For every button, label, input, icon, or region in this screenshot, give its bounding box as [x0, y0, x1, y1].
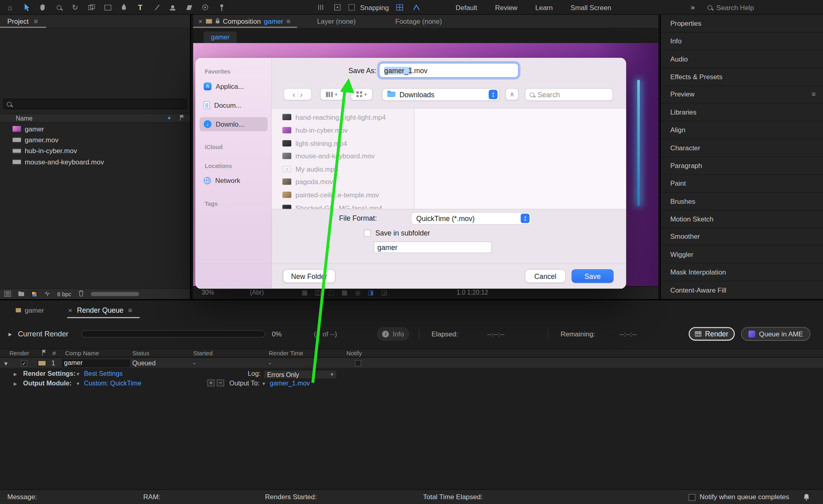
expander-icon[interactable]: ▸ [14, 379, 17, 387]
shape-tool-icon[interactable] [102, 2, 113, 13]
cancel-button[interactable]: Cancel [525, 269, 566, 283]
dialog-search-field[interactable] [525, 88, 613, 100]
mask-visibility-icon[interactable]: ◫ [315, 289, 321, 296]
panel-brushes[interactable]: Brushes [661, 193, 823, 210]
save-button[interactable]: Save [571, 269, 613, 283]
forward-icon[interactable]: › [300, 90, 303, 98]
panel-character[interactable]: Character [661, 139, 823, 157]
project-list-header[interactable]: Name ▲ [0, 113, 190, 123]
dialog-search-input[interactable] [537, 90, 600, 98]
back-icon[interactable]: ‹ [293, 90, 295, 98]
col-notify[interactable]: Notify [346, 350, 362, 356]
brush-tool-icon[interactable] [151, 2, 162, 13]
hand-tool-icon[interactable] [37, 2, 48, 13]
workspace-learn[interactable]: Learn [535, 3, 553, 11]
snapping-checkbox[interactable] [348, 4, 355, 10]
panel-mask-interpolation[interactable]: Mask Interpolation [661, 264, 823, 281]
new-folder-icon[interactable] [18, 290, 25, 298]
subfolder-name-field[interactable] [374, 242, 492, 253]
panel-motion-sketch[interactable]: Motion Sketch [661, 210, 823, 228]
log-dropdown[interactable]: Errors Only ▾ [264, 370, 337, 379]
column-view-button[interactable]: ▾ [320, 88, 343, 100]
puppet-pin-tool-icon[interactable] [216, 2, 227, 13]
sidebar-item-network[interactable]: Network [199, 173, 268, 187]
region-of-interest-icon[interactable]: ⬚ [328, 289, 334, 296]
sidebar-item-documents[interactable]: Docum... [199, 98, 268, 112]
panel-content-aware-fill[interactable]: Content-Aware Fill [661, 281, 823, 299]
project-item-hub-in-cyber[interactable]: hub-in-cyber.mov [0, 145, 190, 156]
help-search-input[interactable] [717, 3, 795, 11]
workspace-overflow-icon[interactable]: » [691, 3, 695, 11]
project-item-gamer-mov[interactable]: gamer.mov [0, 134, 190, 145]
queue-in-ame-button[interactable]: Queue in AME [741, 327, 810, 341]
pen-tool-icon[interactable] [118, 2, 130, 13]
panel-properties[interactable]: Properties [661, 15, 823, 33]
render-settings-link[interactable]: Best Settings [84, 370, 123, 377]
panel-preview[interactable]: Preview≡ [661, 86, 823, 104]
render-info-button[interactable]: i Info [377, 327, 409, 341]
col-render-time[interactable]: Render Time [269, 350, 303, 356]
eraser-tool-icon[interactable] [183, 2, 195, 13]
current-render-expander-icon[interactable]: ▸ [8, 330, 12, 338]
close-tab-icon[interactable]: × [199, 17, 203, 25]
project-panel-menu-icon[interactable]: ≡ [34, 17, 38, 25]
project-tab[interactable]: Project [7, 17, 29, 25]
bell-icon[interactable] [803, 494, 810, 502]
render-queue-menu-icon[interactable]: ≡ [128, 306, 132, 314]
notify-queue-checkbox[interactable] [689, 494, 696, 501]
snap-edges-icon[interactable] [394, 2, 406, 13]
project-settings-color-icon[interactable] [31, 291, 37, 297]
row-comp-name[interactable]: gamer [62, 359, 130, 367]
nav-back-forward-buttons[interactable]: ‹ › [283, 88, 312, 100]
help-search[interactable] [708, 2, 795, 12]
add-output-module-button[interactable]: + [207, 379, 215, 386]
col-status[interactable]: Status [132, 350, 149, 356]
snap-guides-icon[interactable] [315, 2, 327, 13]
panel-menu-icon[interactable]: ≡ [812, 90, 816, 98]
sort-ascending-icon[interactable]: ▲ [167, 115, 172, 120]
panel-align[interactable]: Align [661, 121, 823, 139]
checkerboard-icon[interactable]: ▩ [342, 289, 348, 296]
group-view-button[interactable]: ▾ [350, 88, 373, 100]
project-item-gamer[interactable]: gamer [0, 123, 190, 134]
trash-icon[interactable] [78, 290, 84, 298]
waveform-icon[interactable] [44, 290, 51, 298]
composition-tab-name[interactable]: gamer [264, 17, 283, 25]
col-started[interactable]: Started [193, 350, 213, 356]
dropdown-chevron-icon[interactable]: ▾ [77, 381, 80, 386]
safe-zones-icon[interactable]: ▦ [302, 289, 308, 296]
layer-tab[interactable]: Layer (none) [317, 17, 356, 25]
render-queue-item-row[interactable]: ▾ 1 gamer Queued - - [0, 358, 823, 368]
panel-wiggler[interactable]: Wiggler [661, 246, 823, 264]
up-directory-button[interactable]: ∧ [506, 88, 519, 100]
snap-features-icon[interactable] [411, 2, 423, 13]
roto-brush-tool-icon[interactable] [199, 2, 211, 13]
dropdown-chevron-icon[interactable]: ▾ [262, 381, 265, 386]
name-column-header[interactable]: Name [16, 115, 33, 122]
horizontal-scrollbar-thumb[interactable] [91, 292, 139, 296]
workspace-small-screen[interactable]: Small Screen [571, 3, 611, 11]
col-num[interactable]: # [53, 350, 56, 356]
dropdown-chevron-icon[interactable]: ▾ [77, 371, 80, 377]
output-to-link[interactable]: gamer_1.mov [270, 379, 310, 387]
timecode-display[interactable]: 1.0 1:20:12 [457, 289, 488, 296]
timeline-comp-tab[interactable]: gamer [16, 305, 44, 316]
row-expander-icon[interactable]: ▾ [4, 359, 7, 367]
snap-grid-icon[interactable] [332, 2, 343, 13]
remove-output-module-button[interactable]: − [217, 379, 224, 386]
panel-info[interactable]: Info [661, 33, 823, 50]
output-module-link[interactable]: Custom: QuickTime [84, 379, 141, 387]
panel-libraries[interactable]: Libraries [661, 104, 823, 121]
workspace-review[interactable]: Review [495, 3, 518, 11]
comp-mini-tab[interactable]: gamer [204, 31, 237, 43]
location-dropdown[interactable]: Downloads ▴▾ [382, 88, 500, 100]
col-flag-icon[interactable] [42, 350, 46, 356]
home-icon[interactable]: ⌂ [4, 2, 16, 13]
label-color-swatch[interactable] [38, 360, 46, 366]
viewer-panel-menu-icon[interactable]: ≡ [287, 17, 291, 25]
bit-depth-button[interactable]: 8 bpc [57, 291, 71, 297]
col-comp-name[interactable]: Comp Name [65, 350, 99, 356]
pixel-aspect-icon[interactable]: ◨ [368, 289, 374, 296]
close-tab-icon[interactable]: × [68, 306, 72, 314]
panel-audio[interactable]: Audio [661, 50, 823, 68]
